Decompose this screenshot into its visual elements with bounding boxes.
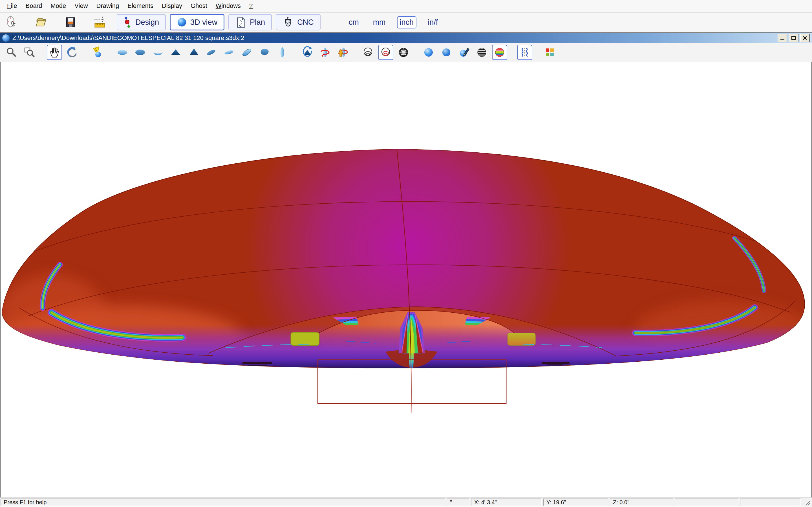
cnc-mode-button[interactable]: CNC (276, 14, 320, 31)
flip-vertical-icon[interactable] (335, 45, 350, 60)
plan-mode-button[interactable]: Plan (229, 14, 272, 31)
design-mode-label: Design (135, 18, 159, 27)
menu-item-display[interactable]: Display (158, 2, 186, 10)
symmetry-icon[interactable] (517, 45, 532, 60)
unit-selector: cm mm inch in/f (346, 16, 441, 29)
menu-item-ghost[interactable]: Ghost (186, 2, 211, 10)
main-toolbar: Design 3D view Plan (0, 12, 812, 33)
menu-item-file[interactable]: File (3, 2, 21, 10)
3d-viewport[interactable] (0, 62, 812, 497)
minimize-button[interactable] (777, 34, 787, 42)
wireframe-icon[interactable] (360, 45, 375, 60)
document-icon (2, 34, 10, 42)
rotate-vertical-icon[interactable] (300, 45, 315, 60)
menu-item-elements[interactable]: Elements (123, 2, 158, 10)
menu-bar: File Board Mode View Drawing Elements Di… (0, 0, 812, 12)
rotate-3d-icon[interactable] (64, 45, 80, 60)
view-front-icon[interactable] (150, 45, 165, 60)
unit-cm[interactable]: cm (346, 16, 362, 29)
view-perspective-a-icon[interactable] (239, 45, 254, 60)
view-bottom-icon[interactable] (133, 45, 148, 60)
menu-item-drawing[interactable]: Drawing (92, 2, 123, 10)
wireframe-slices-icon[interactable] (378, 45, 393, 60)
render-zebra-icon[interactable] (474, 45, 490, 60)
status-empty-2 (740, 499, 801, 506)
board-render (1, 62, 811, 497)
open-file-icon[interactable] (34, 15, 49, 30)
view-perspective-b-icon[interactable] (257, 45, 272, 60)
render-smooth-icon[interactable] (439, 45, 454, 60)
color-palette-icon[interactable] (542, 45, 557, 60)
zoom-window-icon[interactable] (22, 45, 37, 60)
render-shaded-icon[interactable] (421, 45, 436, 60)
status-unit: " (447, 499, 469, 506)
status-y-coordinate: Y: 19.6" (543, 499, 608, 506)
document-title: Z:\Users\dennery\Downloads\SANDIEGOMOTEL… (12, 34, 774, 42)
3d-view-mode-button[interactable]: 3D view (170, 14, 224, 31)
cnc-mode-label: CNC (297, 18, 314, 27)
status-bar: Press F1 for help " X: 4' 3.4" Y: 19.6" … (0, 497, 812, 506)
unit-mm[interactable]: mm (370, 16, 389, 29)
menu-item-view[interactable]: View (70, 2, 92, 10)
menu-item-mode[interactable]: Mode (46, 2, 70, 10)
unit-inch[interactable]: inch (397, 16, 417, 29)
mesh-icon[interactable] (396, 45, 411, 60)
unit-inf[interactable]: in/f (425, 16, 441, 29)
view-tilt-a-icon[interactable] (204, 45, 219, 60)
render-texture-icon[interactable] (456, 45, 472, 60)
lighting-icon[interactable] (90, 45, 105, 60)
pan-hand-icon[interactable] (47, 45, 62, 60)
menu-item-windows[interactable]: Windows (211, 2, 245, 10)
render-curvature-icon[interactable] (492, 45, 507, 60)
plan-mode-label: Plan (250, 18, 265, 27)
menu-item-help[interactable]: ? (245, 2, 257, 10)
mode-buttons: Design 3D view Plan (117, 14, 320, 31)
document-titlebar: Z:\Users\dennery\Downloads\SANDIEGOMOTEL… (0, 33, 812, 43)
menu-item-board[interactable]: Board (21, 2, 46, 10)
save-file-icon[interactable] (63, 15, 78, 30)
design-mode-button[interactable]: Design (117, 14, 166, 31)
measurements-icon[interactable] (93, 15, 107, 30)
rotate-horizontal-icon[interactable] (317, 45, 333, 60)
3d-view-mode-label: 3D view (190, 18, 217, 27)
zoom-icon[interactable] (4, 45, 19, 60)
status-empty-1 (675, 499, 739, 506)
status-help: Press F1 for help (1, 499, 445, 506)
new-board-icon[interactable] (4, 15, 19, 30)
resize-grip[interactable] (803, 498, 811, 506)
view-outline-icon[interactable] (274, 45, 290, 60)
status-z-coordinate: Z: 0.0" (610, 499, 673, 506)
view-tilt-b-icon[interactable] (221, 45, 237, 60)
maximize-button[interactable] (789, 34, 799, 42)
view-top-icon[interactable] (115, 45, 130, 60)
close-button[interactable] (800, 34, 810, 42)
view-toolbar (0, 43, 812, 62)
view-side-a-icon[interactable] (168, 45, 183, 60)
view-side-b-icon[interactable] (186, 45, 201, 60)
status-x-coordinate: X: 4' 3.4" (471, 499, 542, 506)
